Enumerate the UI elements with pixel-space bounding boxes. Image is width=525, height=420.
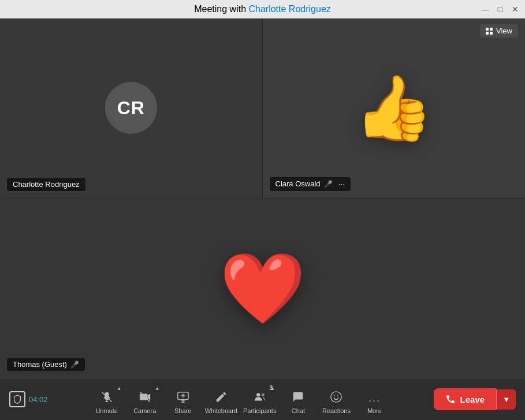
whiteboard-icon [215, 391, 228, 406]
reactions-icon [330, 391, 342, 406]
camera-label: Camera [133, 407, 156, 414]
name-text-clara: Clara Oswald [275, 179, 321, 188]
whiteboard-label: Whiteboard [205, 407, 237, 414]
titlebar: Meeting with Charlotte Rodriguez — □ ✕ [0, 0, 525, 18]
share-icon [177, 391, 189, 406]
unmute-caret[interactable]: ▲ [117, 385, 122, 391]
maximize-button[interactable]: □ [495, 4, 505, 14]
thumbsup-reaction: 👍 [354, 76, 433, 140]
heart-reaction: ❤️ [219, 253, 306, 322]
more-icon: ··· [368, 395, 381, 406]
participants-label: Participants [243, 407, 276, 414]
avatar-cr: CR [105, 82, 157, 134]
reactions-label: Reactions [322, 407, 351, 414]
chat-icon [292, 391, 304, 406]
phone-leave-icon [445, 394, 456, 404]
video-tile-clara: View 👍 Clara Oswald 🎤 ··· [263, 18, 526, 198]
camera-caret[interactable]: ▲ [155, 385, 160, 391]
participants-icon [254, 391, 266, 406]
titlebar-controls: — □ ✕ [480, 4, 520, 14]
chat-button[interactable]: Chat [280, 382, 317, 417]
share-label: Share [174, 407, 191, 414]
unmute-label: Unmute [95, 407, 118, 414]
more-button[interactable]: ··· More [356, 382, 393, 417]
chat-label: Chat [292, 407, 305, 414]
unmute-icon [100, 391, 113, 406]
svg-point-10 [262, 393, 265, 396]
mute-icon-thomas: 🎤 [70, 361, 79, 369]
unmute-button[interactable]: ▲ Unmute [88, 382, 125, 417]
leave-button-group[interactable]: Leave ▼ [434, 388, 516, 410]
whiteboard-button[interactable]: Whiteboard [203, 382, 240, 417]
video-tile-charlotte: CR Charlotte Rodriguez [0, 18, 263, 198]
titlebar-title: Meeting with Charlotte Rodriguez [194, 4, 331, 14]
security-icon [9, 391, 25, 407]
reactions-button[interactable]: Reactions [318, 382, 355, 417]
name-label-thomas: Thomas (Guest) 🎤 [7, 358, 85, 371]
svg-rect-3 [140, 394, 148, 400]
share-button[interactable]: Share [165, 382, 202, 417]
name-label-clara: Clara Oswald 🎤 ··· [270, 177, 351, 191]
leave-chevron-icon: ▼ [502, 395, 510, 404]
name-text-charlotte: Charlotte Rodriguez [13, 180, 80, 189]
camera-button[interactable]: ▲ Camera [126, 382, 163, 417]
camera-icon [139, 391, 151, 406]
mute-icon-clara: 🎤 [324, 180, 333, 188]
toolbar: 04:02 ▲ Unmute ▲ [0, 378, 525, 420]
svg-point-11 [331, 392, 341, 402]
video-grid: CR Charlotte Rodriguez View 👍 Clara Oswa… [0, 18, 525, 378]
view-button[interactable]: View [480, 24, 518, 38]
toolbar-center: ▲ Unmute ▲ Cam [88, 382, 393, 417]
participants-button[interactable]: ▲ 3 Participants [241, 382, 278, 417]
participants-badge: 3 [269, 384, 273, 391]
leave-label: Leave [460, 395, 485, 404]
video-tile-thomas: ❤️ Thomas (Guest) 🎤 [0, 198, 525, 378]
close-button[interactable]: ✕ [510, 4, 520, 14]
svg-point-12 [334, 395, 336, 396]
leave-caret-button[interactable]: ▼ [496, 389, 516, 410]
name-label-charlotte: Charlotte Rodriguez [7, 178, 85, 191]
timer: 04:02 [29, 395, 48, 404]
shield-icon [13, 395, 21, 404]
leave-main-button[interactable]: Leave [434, 388, 497, 410]
svg-point-9 [256, 393, 260, 396]
grid-icon [486, 28, 493, 35]
view-label: View [496, 27, 512, 35]
minimize-button[interactable]: — [480, 4, 490, 14]
name-text-thomas: Thomas (Guest) [13, 360, 67, 369]
more-options-clara[interactable]: ··· [338, 179, 345, 189]
svg-point-13 [337, 395, 338, 396]
toolbar-left: 04:02 [9, 391, 48, 407]
svg-rect-6 [181, 400, 185, 401]
more-label: More [367, 407, 382, 414]
